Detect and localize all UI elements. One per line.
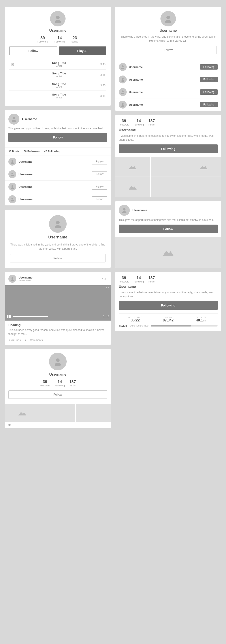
svg-point-25: [122, 90, 124, 92]
song-info: Song Title Artist: [18, 72, 100, 78]
svg-point-33: [122, 211, 127, 213]
song-item[interactable]: ▩ Song Title Artist 3:45: [9, 59, 106, 70]
follow-button[interactable]: Follow: [119, 224, 218, 234]
heart-icon: ♥: [8, 338, 10, 342]
song-item[interactable]: Song Title Artist 3:45: [9, 91, 106, 101]
user-list-item[interactable]: Username Follow: [5, 156, 111, 168]
image-placeholder: [40, 404, 75, 422]
avatar-tiny: [8, 183, 16, 191]
following-button[interactable]: Following: [200, 102, 218, 107]
profile-bio-section: Username This gave me opportunities of b…: [5, 110, 111, 145]
image-placeholder: [5, 404, 40, 422]
follow-user-button[interactable]: Follow: [92, 159, 107, 164]
svg-marker-18: [18, 412, 26, 416]
profile-username: Username: [9, 28, 106, 32]
play-all-button[interactable]: Play All: [59, 46, 106, 55]
song-list: ▩ Song Title Artist 3:45 Song Title Arti…: [9, 59, 106, 101]
svg-point-17: [55, 363, 61, 366]
likes-action[interactable]: ♥ 26 Likes: [8, 338, 21, 342]
song-info: Song Title Artist: [18, 61, 100, 67]
svg-point-8: [12, 185, 13, 187]
svg-point-0: [56, 16, 60, 19]
svg-point-32: [123, 208, 125, 210]
follow-button[interactable]: Follow: [9, 46, 57, 55]
avatar-tiny: [8, 275, 16, 283]
progress-bar[interactable]: [13, 316, 100, 317]
song-info: Song Title Artist: [18, 93, 100, 99]
stats-row-small: 36 Posts 58 Followers 40 Following: [5, 148, 111, 156]
avatar-tiny: [119, 88, 127, 96]
user-list-item[interactable]: Username Follow: [5, 193, 111, 206]
calories-fill: [151, 325, 191, 326]
more-options-button[interactable]: …: [104, 338, 107, 342]
song-item[interactable]: Song Title Artist 3:45: [9, 80, 106, 91]
svg-point-19: [166, 16, 170, 19]
svg-point-1: [55, 20, 61, 23]
following-list-item[interactable]: Username Following: [115, 98, 221, 111]
avatar: [160, 11, 176, 26]
stat-posts: 137 Posts: [69, 380, 76, 387]
stat-followers: 58 Followers: [24, 150, 40, 153]
video-header: Username Videomaker ● 3h: [5, 272, 111, 285]
user-list-item[interactable]: Username Follow: [5, 180, 111, 193]
video-user-info: Username Videomaker: [8, 275, 32, 283]
avatar-tiny: [8, 170, 16, 178]
right-stats-section: 39 Followers 14 Following 137 Posts User…: [115, 115, 221, 157]
svg-point-14: [12, 277, 13, 279]
stats-row: 39 Followers 14 Following 137 Posts: [119, 276, 218, 283]
following-button[interactable]: Following: [200, 90, 218, 95]
svg-point-20: [165, 20, 171, 23]
stat-posts: 36 Posts: [8, 150, 19, 153]
stat-following: 14 Following: [134, 276, 144, 283]
stat-followers: 39 Followers: [38, 36, 48, 43]
image-placeholder: [186, 157, 221, 176]
svg-point-27: [122, 103, 124, 105]
follow-user-button[interactable]: Follow: [92, 184, 107, 190]
avatar-small: [119, 205, 130, 216]
song-info: Song Title Artist: [18, 82, 100, 88]
following-list-item[interactable]: Username Following: [115, 73, 221, 86]
stat-posts: 137 Posts: [148, 119, 155, 126]
follow-button[interactable]: Follow: [120, 46, 217, 54]
follow-user-button[interactable]: Follow: [92, 171, 107, 177]
avatar-tiny: [8, 158, 16, 166]
following-button[interactable]: Following: [119, 144, 218, 153]
following-button[interactable]: Following: [200, 77, 218, 82]
avatar-tiny: [119, 100, 127, 108]
svg-marker-34: [163, 251, 174, 256]
fullscreen-icon[interactable]: ⛶: [106, 287, 109, 291]
action-buttons: Follow Play All: [9, 46, 106, 55]
following-button[interactable]: Following: [119, 301, 218, 310]
avatar: [49, 215, 67, 233]
svg-point-13: [55, 225, 61, 228]
follow-button[interactable]: Follow: [8, 133, 107, 142]
video-footer: Heading This sounded a very good reason,…: [5, 320, 111, 345]
stat-followers: 39 Followers: [40, 380, 50, 387]
comments-action[interactable]: ▲ 6 Comments: [24, 338, 43, 342]
video-thumbnail[interactable]: ⛶ ▮▮ -01:16: [5, 285, 111, 320]
steps-stat: Steps 87,342: [152, 316, 184, 322]
song-item[interactable]: Song Title Artist 3:45: [9, 70, 106, 80]
stat-posts: 137 Posts: [148, 276, 155, 283]
right-profile-section: Username There was a little shed in the …: [115, 6, 221, 61]
following-list-item[interactable]: Username Following: [115, 86, 221, 98]
video-actions: ♥ 26 Likes ▲ 6 Comments …: [8, 338, 107, 342]
dot-indicator: [5, 422, 111, 428]
following-list-item[interactable]: Username Following: [115, 61, 221, 73]
stats-row: 39 Followers 14 Following 137 Posts: [119, 119, 218, 126]
profile-details: Username: [133, 208, 147, 212]
follow-button[interactable]: Follow: [8, 390, 107, 399]
svg-point-2: [13, 117, 15, 119]
svg-point-12: [56, 221, 60, 224]
video-user-details: Username Videomaker: [19, 276, 32, 282]
follow-button[interactable]: Follow: [10, 254, 105, 262]
user-list-item[interactable]: Username Follow: [5, 168, 111, 180]
pause-icon[interactable]: ▮▮: [7, 314, 11, 319]
video-time: ● 3h: [102, 277, 107, 280]
image-placeholder: [115, 177, 150, 197]
following-button[interactable]: Following: [200, 64, 218, 70]
comment-icon: ▲: [24, 338, 27, 342]
follow-user-button[interactable]: Follow: [92, 196, 107, 202]
profile-card-bio-list: Username This gave me opportunities of b…: [5, 110, 111, 206]
profile-card-grid: Username 39 Followers 14 Following 137 P…: [5, 349, 111, 428]
